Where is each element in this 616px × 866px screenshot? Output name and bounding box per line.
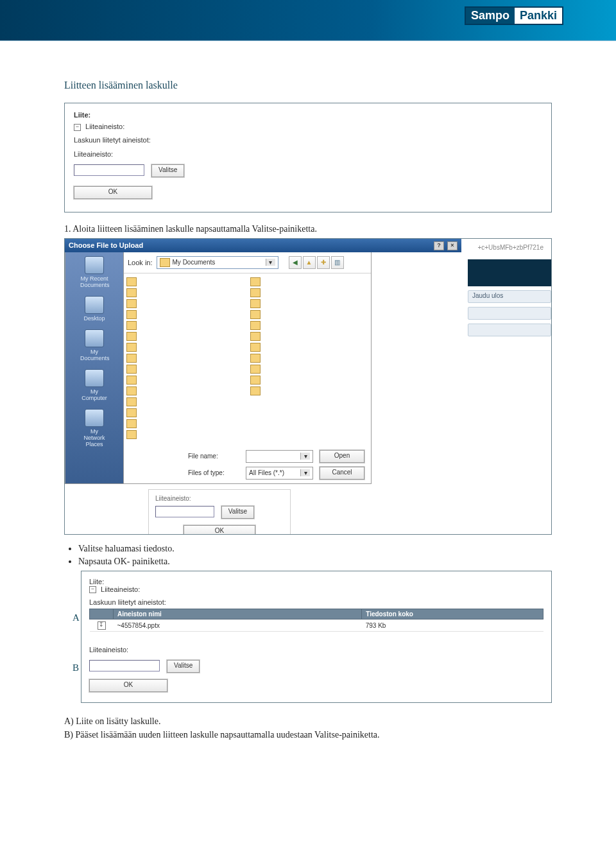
- file-name-field[interactable]: ▾: [246, 450, 313, 463]
- views-icon[interactable]: ▥: [331, 256, 344, 269]
- file-list[interactable]: [124, 273, 371, 447]
- inner-ok-button[interactable]: OK: [184, 525, 255, 534]
- inner-valitse-button[interactable]: Valitse: [221, 506, 254, 519]
- panel2-title: Liite:: [89, 578, 543, 585]
- panel2-valitse-button[interactable]: Valitse: [167, 660, 200, 673]
- instruction-bullets: Valitse haluamasi tiedosto. Napsauta OK-…: [64, 544, 552, 567]
- file-dialog-screenshot: +c+UbsMFb+zbPf721e Choose File to Upload…: [64, 238, 552, 535]
- logo-right: Pankki: [515, 8, 562, 24]
- panel-title: Liite:: [74, 111, 542, 119]
- dialog-title: Choose File to Upload: [69, 241, 143, 249]
- valitse-button[interactable]: Valitse: [151, 164, 184, 177]
- attachment-path-input[interactable]: [74, 164, 144, 176]
- help-icon[interactable]: ?: [434, 241, 444, 250]
- open-button[interactable]: Open: [320, 450, 364, 463]
- attached-label: Laskuun liitetyt aineistot:: [74, 136, 542, 144]
- file-type-field[interactable]: All Files (*.*)▾: [246, 467, 313, 480]
- minus-icon: −: [89, 586, 96, 593]
- minus-icon: −: [74, 124, 81, 131]
- bullet-1: Valitse haluamasi tiedosto.: [78, 544, 552, 554]
- chevron-down-icon: ▾: [266, 259, 275, 266]
- bullet-2: Napsauta OK- painiketta.: [78, 557, 552, 567]
- lookin-label: Look in:: [128, 259, 153, 266]
- places-bar: My Recent Documents Desktop My Documents…: [65, 252, 123, 483]
- panel2-input[interactable]: [89, 660, 160, 671]
- section-label: Liiteaineisto:: [74, 150, 542, 158]
- close-icon[interactable]: ×: [447, 241, 458, 250]
- place-mycomp[interactable]: My Computer: [80, 369, 108, 401]
- background-page: Jaudu ulos: [468, 257, 551, 469]
- inner-attachment-panel: Liiteaineisto: Valitse OK: [148, 489, 291, 534]
- logo-left: Sampo: [466, 8, 515, 24]
- up-icon[interactable]: ▲: [303, 256, 316, 269]
- collapse-row[interactable]: − Liiteaineisto:: [74, 123, 542, 131]
- inner-label: Liiteaineisto:: [155, 495, 284, 502]
- place-recent[interactable]: My Recent Documents: [80, 256, 108, 288]
- file-name-label: File name:: [188, 453, 239, 460]
- file-type-label: Files of type:: [188, 469, 239, 476]
- panel2-section-label: Liiteaineisto:: [89, 646, 543, 654]
- attachments-table: Aineiston nimi Tiedoston koko ↧ ~4557854…: [89, 609, 543, 632]
- page-header: Sampo Pankki: [0, 0, 616, 41]
- ok-button[interactable]: OK: [74, 186, 152, 199]
- attachment-panel-2: Liite: − Liiteaineisto: Laskuun liitetyt…: [81, 571, 552, 704]
- col-size: Tiedoston koko: [362, 609, 543, 619]
- back-icon[interactable]: ◀: [289, 256, 302, 269]
- attachment-name: ~4557854.pptx: [114, 619, 362, 632]
- section-heading: Liitteen lisääminen laskulle: [64, 80, 552, 91]
- step-1: 1. Aloita liitteen lisääminen laskulle n…: [64, 224, 552, 234]
- marker-b: B: [73, 662, 79, 673]
- dialog-titlebar: Choose File to Upload ? ×: [65, 239, 461, 252]
- panel2-ok-button[interactable]: OK: [89, 679, 167, 692]
- panel2-collapse[interactable]: − Liiteaineisto:: [89, 585, 543, 594]
- place-network[interactable]: My Network Places: [80, 409, 108, 447]
- place-mydocs[interactable]: My Documents: [80, 329, 108, 361]
- explain-a: A) Liite on lisätty laskulle.: [64, 714, 552, 728]
- logo: Sampo Pankki: [465, 6, 563, 25]
- download-icon[interactable]: ↧: [98, 621, 106, 630]
- address-fragment: +c+UbsMFb+zbPf721e: [477, 244, 543, 251]
- col-name: Aineiston nimi: [114, 609, 362, 619]
- cancel-button[interactable]: Cancel: [320, 467, 364, 480]
- table-row[interactable]: ↧ ~4557854.pptx 793 Kb: [90, 619, 543, 632]
- attachment-panel-1: Liite: − Liiteaineisto: Laskuun liitetyt…: [64, 103, 552, 212]
- place-desktop[interactable]: Desktop: [80, 296, 108, 322]
- lookin-combo[interactable]: My Documents ▾: [157, 256, 278, 269]
- inner-input[interactable]: [155, 506, 214, 517]
- collapse-label: Liiteaineisto:: [85, 123, 124, 130]
- explanation: A) Liite on lisätty laskulle. B) Pääset …: [64, 714, 552, 741]
- explain-b: B) Pääset lisäämään uuden liitteen lasku…: [64, 728, 552, 741]
- panel2-attached-label: Laskuun liitetyt aineistot:: [89, 598, 543, 606]
- attachment-size: 793 Kb: [362, 619, 543, 632]
- logout-pill[interactable]: Jaudu ulos: [468, 290, 551, 303]
- marker-a: A: [73, 612, 80, 623]
- folder-icon: [160, 258, 170, 267]
- new-folder-icon[interactable]: ✚: [317, 256, 330, 269]
- lookin-value: My Documents: [173, 259, 216, 266]
